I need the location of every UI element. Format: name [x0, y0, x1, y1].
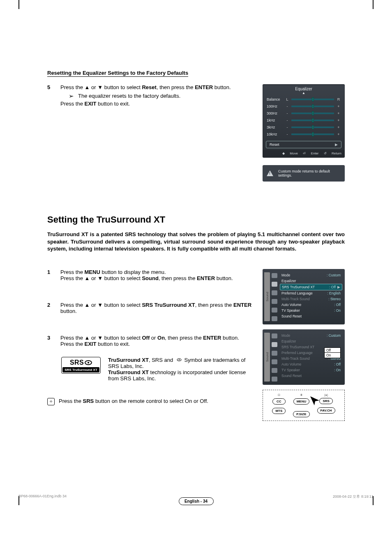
menu-key: Sound Reset — [281, 374, 302, 378]
remote-cluster: ⊡ CC MTS Ⅲ MENU P.SIZE — [263, 390, 345, 421]
eq-label: 1kHz — [267, 118, 283, 122]
option-on[interactable]: On — [324, 352, 341, 358]
eq-right-label: + — [337, 125, 341, 129]
step-number: 2 — [47, 302, 53, 314]
remote-tip-icon: ✧ — [47, 398, 55, 405]
tip-text: Press the SRS button on the remote contr… — [59, 398, 208, 405]
t: , then press the — [159, 275, 197, 281]
eq-thumb[interactable] — [312, 104, 314, 108]
eq-right-label: + — [337, 132, 341, 136]
eq-slider[interactable] — [291, 126, 334, 128]
setup-icon — [272, 359, 277, 364]
t: On — [157, 335, 165, 341]
menu-key: Mode — [281, 333, 290, 338]
eq-thumb[interactable] — [312, 125, 314, 129]
setup-icon — [272, 299, 277, 304]
menu-row[interactable]: SRS TruSurround XT: Off▶ — [280, 284, 342, 290]
reset-label: Reset — [270, 143, 279, 147]
t: EXIT — [85, 101, 97, 107]
up-icon: ▲ — [85, 84, 90, 90]
t: Press the — [60, 341, 85, 347]
menu-value: : On — [334, 368, 341, 372]
menu-icons — [270, 331, 279, 383]
eq-thumb[interactable] — [312, 97, 314, 101]
srs-hint-icon: (●) — [324, 393, 328, 396]
menu-key: Multi-Track Sound — [281, 297, 310, 301]
eq-row[interactable]: Balance L R — [267, 97, 341, 101]
t: Press the — [60, 84, 85, 90]
eq-row[interactable]: 10kHz - + — [267, 132, 341, 136]
eq-slider[interactable] — [291, 113, 334, 114]
t: TruSurround XT — [108, 357, 149, 363]
menu-value: : On — [334, 308, 341, 313]
application-icon — [272, 377, 277, 382]
step-number: 3 — [47, 335, 53, 347]
menu-button[interactable]: MENU — [293, 398, 310, 405]
eq-slider[interactable] — [291, 133, 334, 135]
crop-mark — [373, 0, 374, 9]
menu-key: SRS TruSurround XT — [281, 345, 314, 349]
eq-row[interactable]: 300Hz - + — [267, 111, 341, 115]
t: , then press the — [165, 335, 203, 341]
t: SRS TruSurround XT — [142, 302, 195, 308]
t: Enter — [311, 152, 318, 155]
eq-slider[interactable] — [291, 99, 334, 100]
t: ENTER — [197, 275, 215, 281]
t: EXIT — [85, 341, 97, 347]
menu-key: Preferred Language — [281, 291, 313, 295]
eq-left-label: - — [286, 118, 289, 122]
t: ENTER — [233, 302, 251, 308]
srs-button[interactable]: SRS — [319, 398, 332, 404]
eq-slider[interactable] — [291, 120, 334, 121]
menu-row: Mode: Custom — [280, 272, 342, 278]
reset-row[interactable]: Reset ▶ — [266, 141, 341, 148]
eq-label: 10kHz — [267, 132, 283, 136]
srs-symbol-icon — [177, 358, 181, 361]
srs-trademark-text: TruSurround XT, SRS and Symbol are trade… — [108, 357, 254, 382]
eq-thumb[interactable] — [312, 118, 314, 122]
chevron-right-icon: ▶ — [337, 285, 340, 289]
menu-row: Equalizer — [280, 278, 342, 284]
menu-tab: Sound — [264, 333, 270, 382]
menu-row: TV Speaker: On — [280, 367, 342, 373]
eq-thumb[interactable] — [312, 132, 314, 136]
cc-button[interactable]: CC — [272, 398, 286, 405]
menu-key: Equalizer — [281, 279, 296, 283]
t: SRS — [70, 359, 84, 366]
eq-row[interactable]: 3kHz - + — [267, 125, 341, 129]
eq-slider[interactable] — [291, 106, 334, 107]
srs-symbol-icon — [85, 360, 92, 365]
eq-row[interactable]: 1kHz - + — [267, 118, 341, 122]
mts-button[interactable]: MTS — [272, 408, 286, 414]
channel-icon — [272, 290, 277, 295]
arrow-icon: ➢ — [69, 93, 74, 99]
psize-button[interactable]: P.SIZE — [293, 411, 309, 417]
menu-key: Auto Volume — [281, 303, 301, 307]
favch-button[interactable]: FAV.CH — [317, 407, 335, 414]
eq-thumb[interactable] — [312, 111, 314, 115]
menu-row: Sound Reset — [280, 373, 342, 379]
eq-row[interactable]: 100Hz - + — [267, 104, 341, 108]
t: button on the remote control to select O… — [94, 398, 208, 404]
crop-mark — [18, 0, 19, 9]
menu-row: Equalizer — [280, 338, 342, 344]
menu-key: Auto Volume — [281, 362, 301, 366]
menu-value: : Custom — [327, 333, 341, 338]
t: ENTER — [195, 84, 213, 90]
page-heading: Setting the TruSurround XT — [47, 214, 345, 225]
menu-row: Sound Reset — [280, 313, 342, 319]
menu-row: Auto Volume: Off — [280, 361, 342, 367]
eq-left-label: L — [286, 97, 289, 101]
menu-value: : Off — [334, 362, 341, 366]
menu-row: Mode: Custom — [280, 333, 342, 338]
t: Return — [332, 152, 341, 155]
cc-hint-icon: ⊡ — [278, 393, 280, 397]
t: SRS TruSurround XT — [62, 367, 99, 372]
eq-right-label: R — [337, 97, 341, 101]
t: button to display the menu. — [100, 269, 166, 275]
t: Press the ▲ or ▼ button to select — [60, 275, 142, 281]
srs-dropdown[interactable]: Off On — [324, 347, 341, 358]
eq-left-label: - — [286, 125, 289, 129]
picture-icon — [272, 273, 277, 278]
menu-key: Mode — [281, 273, 290, 277]
